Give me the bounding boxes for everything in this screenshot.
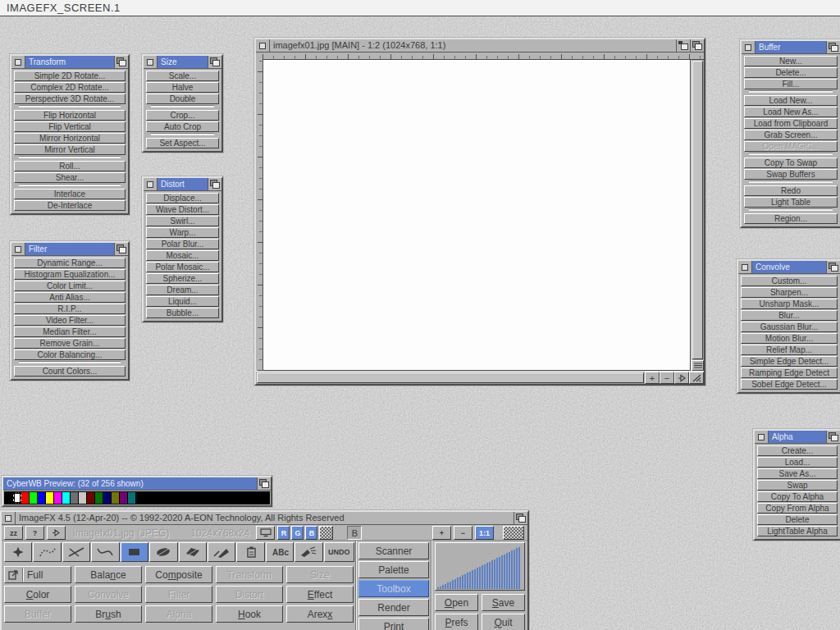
color-swatch[interactable]	[161, 492, 169, 504]
count-colors-button[interactable]: Count Colors...	[14, 366, 126, 377]
delete-button[interactable]: Delete...	[744, 67, 838, 78]
color-swatch[interactable]	[194, 492, 202, 504]
color-swatch[interactable]	[54, 492, 62, 504]
mirror-vertical-button[interactable]: Mirror Vertical	[14, 144, 126, 155]
open-button[interactable]: Open	[435, 594, 478, 611]
undo-button[interactable]: UNDO	[324, 542, 354, 562]
interlace-button[interactable]: Interlace	[14, 189, 126, 199]
histogram-equalization-button[interactable]: Histogram Equalization...	[14, 269, 126, 280]
anti-alias-button[interactable]: Anti Alias...	[14, 292, 126, 303]
new-button[interactable]: New...	[744, 56, 838, 66]
zoom-ratio-button[interactable]: 1:1	[475, 526, 494, 540]
buffer-titlebar[interactable]: Buffer	[742, 41, 840, 54]
polar-mosaic-button[interactable]: Polar Mosaic...	[146, 262, 219, 272]
color-swatch[interactable]	[79, 492, 87, 504]
motion-blur-button[interactable]: Motion Blur...	[741, 333, 838, 344]
color-swatch[interactable]	[5, 492, 13, 504]
zoom-in-button[interactable]: +	[645, 372, 660, 384]
copy-to-swap-button[interactable]: Copy To Swap	[744, 158, 838, 168]
help-button[interactable]: ?	[25, 526, 44, 540]
color-swatch[interactable]	[46, 492, 54, 504]
load-new-button[interactable]: Load New...	[744, 95, 838, 106]
flip-vertical-button[interactable]: Flip Vertical	[14, 121, 126, 132]
swirl-button[interactable]: Swirl...	[146, 216, 219, 226]
color-swatch[interactable]	[153, 492, 161, 504]
load-from-clipboard-button[interactable]: Load from Clipboard	[744, 118, 838, 129]
depth-gadget-icon[interactable]	[514, 512, 527, 524]
color-swatch[interactable]	[177, 492, 185, 504]
depth-gadget-icon[interactable]	[826, 431, 840, 443]
depth-gadget-icon[interactable]	[114, 243, 128, 255]
r-i-p-button[interactable]: R.I.P...	[14, 304, 126, 314]
scale-button[interactable]: Scale...	[146, 71, 219, 81]
pattern-icon[interactable]	[503, 526, 524, 540]
copy-from-alpha-button[interactable]: Copy From Alpha	[757, 503, 838, 514]
double-button[interactable]: Double	[146, 94, 219, 104]
color-swatch[interactable]	[169, 492, 177, 504]
load-new-as-button[interactable]: Load New As...	[744, 107, 838, 117]
close-icon[interactable]	[11, 243, 25, 255]
distort-button[interactable]: Distort	[216, 586, 283, 603]
de-interlace-button[interactable]: De-Interlace	[14, 200, 126, 211]
ramping-edge-detect-button[interactable]: Ramping Edge Detect	[741, 368, 838, 378]
create-button[interactable]: Create...	[757, 445, 838, 456]
depth-gadget-icon[interactable]	[690, 39, 704, 52]
remove-grain-button[interactable]: Remove Grain...	[14, 338, 126, 349]
size-button[interactable]: Size	[286, 566, 354, 583]
channel-r-button[interactable]: R	[277, 526, 290, 540]
color-swatch[interactable]	[251, 492, 259, 504]
color-swatch[interactable]	[144, 492, 153, 504]
effect-button[interactable]: Effect	[286, 586, 354, 603]
color-swatch[interactable]	[30, 492, 38, 504]
filter-titlebar[interactable]: Filter	[11, 243, 128, 256]
close-icon[interactable]	[144, 178, 158, 190]
median-filter-button[interactable]: Median Filter...	[14, 326, 126, 337]
balance-button[interactable]: Balance	[75, 566, 142, 583]
color-limit-button[interactable]: Color Limit...	[14, 281, 126, 291]
color-swatch[interactable]	[112, 492, 120, 504]
alpha-button[interactable]: Alpha	[145, 605, 212, 623]
airbrush-tool[interactable]	[294, 542, 322, 562]
swap-buffers-button[interactable]: Swap Buffers	[744, 169, 838, 180]
lighttable-alpha-button[interactable]: LightTable Alpha	[757, 526, 838, 536]
displace-button[interactable]: Displace...	[146, 193, 219, 203]
depth-gadget-icon[interactable]	[257, 477, 271, 490]
shear-button[interactable]: Shear...	[14, 172, 126, 183]
zoom-gadget-icon[interactable]	[676, 39, 690, 52]
liquid-button[interactable]: Liquid...	[146, 296, 219, 307]
color-balancing-button[interactable]: Color Balancing...	[14, 349, 126, 360]
color-swatch[interactable]	[13, 492, 21, 504]
horizontal-scroll-thumb[interactable]	[257, 372, 644, 383]
composite-button[interactable]: Composite	[145, 566, 212, 583]
color-swatch[interactable]	[87, 492, 95, 504]
buffer-button[interactable]: Buffer	[4, 605, 71, 623]
zoom-in-button[interactable]: +	[432, 526, 451, 540]
custom-button[interactable]: Custom...	[741, 276, 838, 286]
palette-window-titlebar[interactable]: CyberWB Preview: (32 of 256 shown)	[3, 477, 271, 491]
arexx-button[interactable]: Arexx	[286, 605, 354, 623]
region-button[interactable]: Region...	[744, 213, 838, 224]
save-as-button[interactable]: Save As...	[757, 468, 838, 479]
depth-gadget-icon[interactable]	[114, 56, 128, 68]
channel-g-button[interactable]: G	[291, 526, 304, 540]
close-icon[interactable]	[742, 41, 756, 53]
unsharp-mask-button[interactable]: Unsharp Mask...	[741, 299, 838, 309]
color-swatch[interactable]	[103, 492, 112, 504]
convolve-titlebar[interactable]: Convolve	[738, 261, 840, 274]
horizontal-scrollbar[interactable]	[256, 372, 645, 384]
dream-button[interactable]: Dream...	[146, 285, 219, 295]
quit-button[interactable]: Quit	[482, 614, 525, 630]
sleep-button[interactable]: zz	[4, 526, 23, 540]
relief-map-button[interactable]: Relief Map...	[741, 345, 838, 355]
depth-gadget-icon[interactable]	[826, 41, 840, 53]
toolbox-button[interactable]: Toolbox	[358, 580, 429, 597]
color-swatch[interactable]	[259, 492, 267, 504]
print-button[interactable]: Print	[358, 618, 429, 630]
simple-2d-rotate-button[interactable]: Simple 2D Rotate...	[14, 71, 126, 81]
color-swatch[interactable]	[38, 492, 46, 504]
color-swatch[interactable]	[202, 492, 210, 504]
toolbar-titlebar[interactable]: ImageFX 4.5 (12-Apr-20) -- © 1992-2020 A…	[2, 512, 527, 525]
fill-button[interactable]: Fill...	[744, 79, 838, 89]
screen-icon[interactable]	[256, 526, 275, 540]
swap-button[interactable]: Swap	[757, 480, 838, 491]
